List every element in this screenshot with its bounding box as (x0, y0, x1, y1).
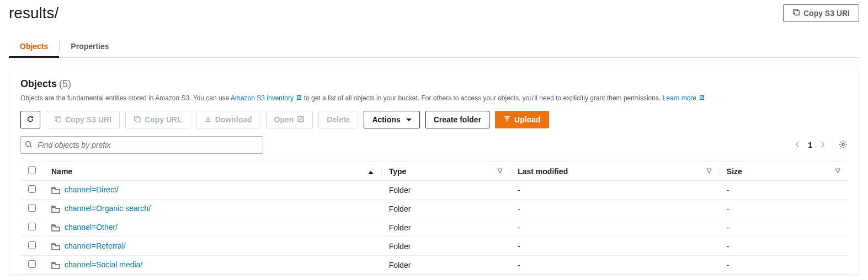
object-name-link[interactable]: channel=Organic search/ (65, 204, 151, 213)
svg-rect-2 (136, 117, 140, 122)
folder-icon (51, 206, 60, 213)
tab-properties[interactable]: Properties (60, 35, 120, 57)
open-label: Open (274, 115, 294, 124)
object-name-link[interactable]: channel=Social media/ (65, 260, 142, 269)
row-checkbox[interactable] (28, 223, 36, 230)
column-header-name[interactable]: Name (44, 162, 381, 181)
learn-more-link[interactable]: Learn more (663, 94, 705, 102)
table-row: channel=Social media/Folder-- (20, 256, 848, 274)
copy-s3-uri-header-label: Copy S3 URI (803, 9, 850, 18)
settings-button[interactable] (839, 140, 848, 150)
pager-next[interactable] (820, 141, 826, 150)
svg-point-3 (26, 142, 31, 147)
folder-icon (51, 187, 60, 195)
panel-title: Objects (20, 78, 57, 89)
sort-neutral-icon: ▽ (498, 167, 502, 174)
object-size: - (719, 181, 848, 200)
desc-mid: to get a list of all objects in your buc… (304, 94, 663, 102)
create-folder-button[interactable]: Create folder (425, 111, 489, 128)
folder-icon (51, 262, 60, 270)
object-modified: - (510, 237, 719, 256)
inventory-link[interactable]: Amazon S3 inventory (231, 94, 304, 102)
row-checkbox[interactable] (28, 204, 36, 212)
object-size: - (719, 237, 848, 256)
folder-icon (51, 243, 60, 251)
sort-neutral-icon: ▽ (835, 167, 840, 174)
object-size: - (719, 200, 848, 218)
panel-description: Objects are the fundamental entities sto… (20, 93, 848, 103)
download-label: Download (215, 115, 252, 124)
search-input[interactable] (20, 136, 263, 154)
svg-rect-1 (56, 117, 61, 122)
tab-objects[interactable]: Objects (9, 35, 59, 57)
search-wrap (20, 136, 263, 154)
download-button[interactable]: Download (196, 111, 260, 128)
search-icon (25, 141, 33, 148)
open-button[interactable]: Open (266, 111, 313, 128)
refresh-icon (26, 115, 34, 125)
object-size: - (719, 218, 848, 237)
desc-pre: Objects are the fundamental entities sto… (20, 94, 231, 102)
sort-neutral-icon: ▽ (707, 167, 711, 174)
upload-button[interactable]: Upload (495, 111, 549, 128)
copy-icon (134, 115, 141, 125)
object-modified: - (510, 200, 719, 218)
delete-button[interactable]: Delete (318, 111, 358, 128)
row-checkbox[interactable] (28, 260, 36, 268)
external-link-icon (699, 93, 705, 99)
create-folder-label: Create folder (434, 115, 481, 124)
object-name-link[interactable]: channel=Referral/ (65, 241, 126, 250)
object-modified: - (510, 256, 719, 274)
column-header-type[interactable]: Type ▽ (381, 162, 510, 181)
column-checkbox (20, 162, 44, 181)
panel-count: (5) (59, 78, 71, 89)
copy-icon (792, 8, 800, 18)
actions-dropdown[interactable]: Actions (364, 111, 419, 128)
object-type: Folder (381, 218, 510, 237)
panel-header: Objects (5) (20, 78, 848, 90)
object-type: Folder (381, 181, 510, 200)
page-title: results/ (9, 4, 58, 22)
column-header-size[interactable]: Size ▽ (719, 162, 848, 181)
toolbar: Copy S3 URI Copy URL Download Open Delet… (20, 111, 848, 128)
copy-s3-uri-label: Copy S3 URI (65, 115, 111, 124)
table-row: channel=Referral/Folder-- (20, 237, 848, 256)
copy-icon (54, 115, 62, 125)
external-link-icon (296, 93, 302, 99)
sort-asc-icon (368, 171, 374, 174)
row-checkbox[interactable] (28, 185, 36, 193)
download-icon (204, 115, 212, 125)
pager-prev[interactable] (795, 141, 800, 150)
pager: 1 (795, 140, 848, 150)
actions-label: Actions (372, 115, 400, 124)
table-row: channel=Organic search/Folder-- (20, 200, 848, 218)
refresh-button[interactable] (20, 111, 40, 128)
table-row: channel=Other/Folder-- (20, 218, 848, 237)
copy-url-button[interactable]: Copy URL (125, 111, 190, 128)
tabs: Objects Properties (9, 35, 859, 58)
external-link-icon (297, 115, 305, 125)
objects-panel: Objects (5) Objects are the fundamental … (9, 68, 859, 275)
delete-label: Delete (327, 115, 350, 124)
object-modified: - (510, 181, 719, 200)
chevron-down-icon (406, 119, 412, 121)
copy-s3-uri-button[interactable]: Copy S3 URI (46, 111, 120, 128)
object-type: Folder (381, 237, 510, 256)
object-type: Folder (381, 256, 510, 274)
row-checkbox[interactable] (28, 241, 36, 249)
object-name-link[interactable]: channel=Other/ (65, 223, 118, 231)
gear-icon (839, 142, 848, 150)
object-type: Folder (381, 200, 510, 218)
copy-url-label: Copy URL (145, 115, 182, 124)
upload-icon (503, 115, 511, 125)
object-size: - (719, 256, 848, 274)
object-modified: - (510, 218, 719, 237)
select-all-checkbox[interactable] (28, 166, 36, 174)
object-name-link[interactable]: channel=Direct/ (65, 185, 119, 194)
upload-label: Upload (514, 115, 540, 124)
folder-icon (51, 224, 60, 232)
copy-s3-uri-header-button[interactable]: Copy S3 URI (783, 4, 859, 21)
column-header-modified[interactable]: Last modified ▽ (510, 162, 719, 181)
svg-point-4 (842, 143, 844, 146)
objects-table: Name Type ▽ Last modified ▽ (20, 161, 848, 274)
